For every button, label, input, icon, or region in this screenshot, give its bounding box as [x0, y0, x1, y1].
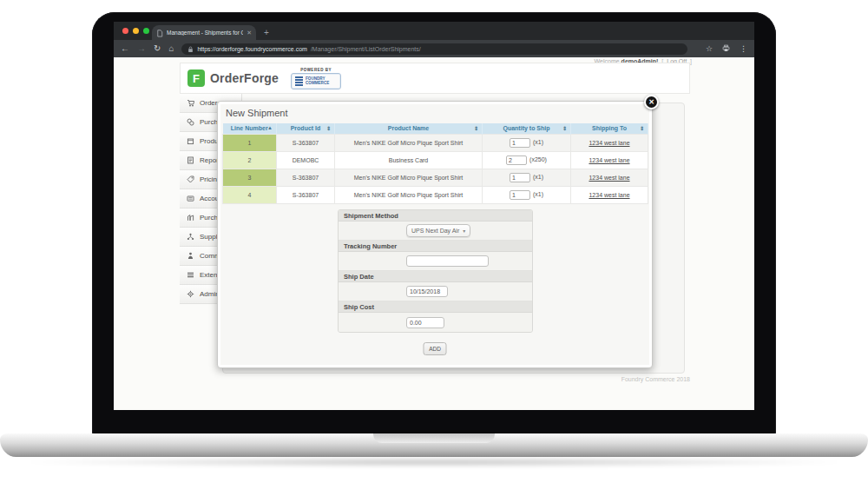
box-icon [187, 137, 195, 145]
column-header-shipping-to[interactable]: Shipping To⇕ [571, 123, 648, 134]
foundry-lines-icon [295, 76, 303, 86]
minimize-window-button[interactable] [133, 28, 139, 34]
shipping-to-link[interactable]: 1234 west lane [589, 192, 629, 198]
cart-icon [187, 99, 195, 107]
sort-icon[interactable]: ⇕ [326, 125, 331, 131]
sort-icon[interactable]: ⇕ [474, 125, 478, 131]
product-name-cell: Business Card [335, 151, 483, 169]
quantity-multiplier: (x1) [533, 139, 543, 145]
browser-toolbar: ← → ↻ ⌂ https://orderforge.foundrycommer… [114, 40, 754, 57]
close-window-button[interactable] [122, 28, 128, 34]
orderforge-logo-icon: F [187, 69, 205, 87]
shipping-to-cell: 1234 west lane [571, 151, 648, 169]
gear-icon [187, 290, 195, 298]
quantity-input[interactable] [506, 155, 527, 165]
table-row: 3S-363807Men's NIKE Golf Micro Pique Spo… [223, 169, 648, 186]
column-header-line-number[interactable]: Line Number▲ [223, 123, 277, 134]
shipment-method-label: Shipment Method [339, 210, 532, 222]
sort-icon[interactable]: ▲ [267, 125, 273, 130]
laptop-base [0, 433, 868, 457]
brand-name: OrderForge [210, 71, 279, 85]
bookmark-star-icon[interactable]: ☆ [706, 45, 713, 53]
url-host: https://orderforge.foundrycommerce.com [197, 46, 306, 52]
column-header-product-id[interactable]: Product Id⇕ [277, 123, 335, 134]
sort-icon[interactable]: ⇕ [562, 125, 567, 131]
quantity-input[interactable] [510, 190, 530, 200]
line-number-cell: 2 [223, 151, 277, 169]
tracking-number-input[interactable] [406, 255, 489, 267]
quantity-cell: (x1) [483, 134, 571, 151]
browser-tab-strip: Management - Shipments for C ✕ + [114, 22, 754, 40]
table-row: 4S-363807Men's NIKE Golf Micro Pique Spo… [223, 186, 648, 203]
shipment-lines-table: Line Number▲Product Id⇕Product Name⇕Quan… [222, 123, 648, 204]
chevron-down-icon: ▾ [463, 228, 465, 234]
shipping-to-link[interactable]: 1234 west lane [589, 157, 629, 163]
window-controls [122, 28, 149, 34]
quantity-cell: (x1) [483, 186, 571, 203]
shipping-to-cell: 1234 west lane [571, 134, 648, 151]
foundry-badge-text: FOUNDRY COMMERCE [306, 76, 329, 86]
shipping-to-link[interactable]: 1234 west lane [589, 175, 629, 181]
shipping-to-cell: 1234 west lane [571, 169, 648, 186]
report-icon [187, 156, 195, 164]
table-header-row: Line Number▲Product Id⇕Product Name⇕Quan… [223, 123, 648, 134]
shipping-to-cell: 1234 west lane [571, 186, 648, 203]
address-bar[interactable]: https://orderforge.foundrycommerce.com /… [181, 43, 687, 55]
ledger-icon [187, 195, 195, 202]
person-icon [187, 252, 195, 260]
product-id-cell: S-363807 [277, 134, 335, 151]
maximize-window-button[interactable] [143, 28, 149, 34]
printer-icon[interactable] [722, 44, 730, 54]
browser-menu-icon[interactable]: ⋮ [740, 45, 747, 53]
new-tab-button[interactable]: + [264, 28, 269, 37]
product-name-cell: Men's NIKE Golf Micro Pique Sport Shirt [335, 186, 483, 203]
quantity-input[interactable] [510, 138, 530, 148]
quantity-input[interactable] [510, 173, 530, 182]
ship-date-label: Ship Date [339, 271, 532, 282]
table-row: 1S-363807Men's NIKE Golf Micro Pique Spo… [223, 134, 648, 151]
line-number-cell: 3 [223, 169, 277, 186]
new-shipment-modal: ✕ New Shipment Line Number▲Product Id⇕Pr… [217, 101, 653, 368]
browser-tab[interactable]: Management - Shipments for C ✕ [152, 25, 256, 40]
ship-cost-input[interactable] [406, 317, 444, 328]
product-id-cell: S-363807 [277, 186, 335, 203]
ship-cost-label: Ship Cost [339, 301, 532, 313]
shipment-method-select[interactable]: UPS Next Day Air ▾ [406, 224, 470, 237]
shipment-form: Shipment Method UPS Next Day Air ▾ Track… [338, 209, 533, 333]
page-content: Welcome demoAdmin! [ Log Off ] F OrderFo… [114, 57, 754, 410]
product-name-cell: Men's NIKE Golf Micro Pique Sport Shirt [335, 134, 483, 151]
coins-icon [187, 118, 195, 126]
forward-icon[interactable]: → [137, 44, 146, 53]
column-header-quantity-to-ship[interactable]: Quantity to Ship⇕ [483, 123, 571, 134]
home-icon[interactable]: ⌂ [168, 44, 174, 53]
product-id-cell: DEMOBC [277, 151, 335, 169]
modal-title: New Shipment [226, 108, 652, 118]
url-path: /Manager/Shipment/ListOrderShipments/ [311, 46, 421, 52]
line-number-cell: 4 [223, 186, 277, 203]
ship-date-input[interactable] [406, 286, 448, 297]
building-icon [187, 214, 195, 222]
reload-icon[interactable]: ↻ [154, 44, 161, 53]
modal-close-icon[interactable]: ✕ [644, 95, 659, 109]
site-header: F OrderForge POWERED BY FOUNDRY COMMERCE [180, 63, 690, 94]
product-id-cell: S-363807 [277, 169, 335, 186]
quantity-multiplier: (x1) [533, 191, 543, 197]
add-button[interactable]: ADD [424, 342, 447, 355]
quantity-multiplier: (x250) [529, 156, 547, 162]
tab-close-icon[interactable]: ✕ [247, 30, 252, 36]
laptop-screen: Management - Shipments for C ✕ + ← → ↻ ⌂… [114, 22, 754, 410]
network-icon [187, 233, 195, 241]
rows-icon [187, 271, 195, 279]
column-header-product-name[interactable]: Product Name⇕ [335, 123, 483, 134]
quantity-cell: (x250) [483, 151, 571, 169]
sort-icon[interactable]: ⇕ [640, 125, 644, 131]
foundry-commerce-badge: FOUNDRY COMMERCE [291, 73, 341, 89]
shipping-to-link[interactable]: 1234 west lane [589, 140, 629, 146]
powered-by-label: POWERED BY [291, 68, 341, 72]
page-favicon [156, 25, 163, 41]
tag-icon [187, 175, 195, 183]
quantity-cell: (x1) [483, 169, 571, 186]
footer-copyright: Foundry Commerce 2018 [621, 376, 690, 382]
quantity-multiplier: (x1) [533, 174, 543, 180]
back-icon[interactable]: ← [121, 44, 129, 53]
